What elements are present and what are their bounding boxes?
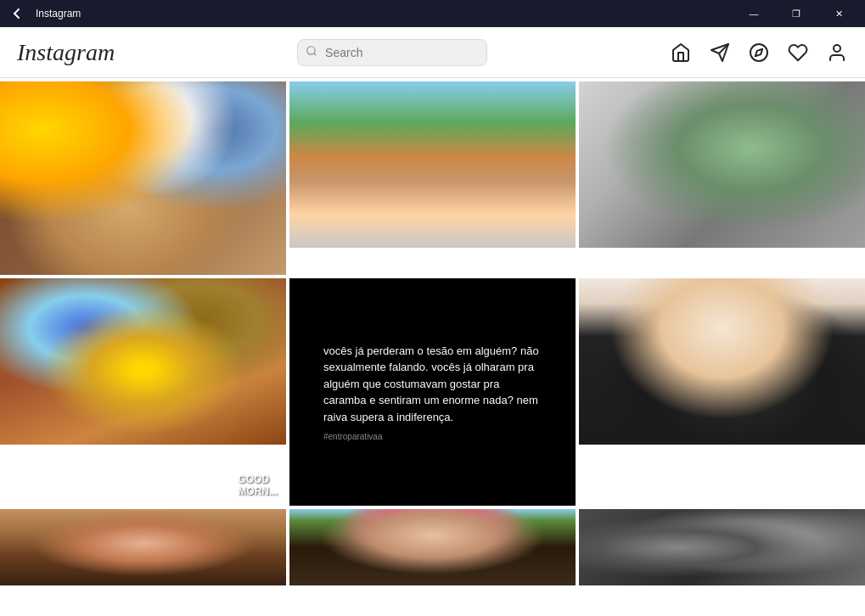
titlebar: Instagram — ❐ ✕	[0, 0, 865, 27]
text-post-text: vocês já perderam o tesão em alguém? não…	[323, 343, 542, 426]
grid-item-2[interactable]	[289, 81, 576, 275]
send-icon[interactable]	[709, 42, 731, 64]
grid-item-3[interactable]	[579, 81, 865, 275]
profile-icon[interactable]	[826, 42, 848, 64]
grid-item-9[interactable]	[579, 509, 865, 613]
back-button[interactable]	[7, 3, 27, 24]
grid-item-7[interactable]	[0, 509, 286, 613]
svg-point-0	[307, 47, 315, 54]
good-morning-text: GOODMORN...	[238, 473, 278, 497]
explore-icon[interactable]	[748, 42, 770, 64]
close-button[interactable]: ✕	[819, 0, 858, 27]
search-icon	[306, 45, 317, 59]
search-container	[297, 39, 487, 66]
grid-item-8[interactable]	[289, 509, 576, 613]
grid-item-6[interactable]	[579, 278, 865, 506]
svg-point-4	[750, 44, 767, 61]
app-header: Instagram	[0, 27, 865, 78]
titlebar-controls: — ❐ ✕	[734, 0, 858, 27]
titlebar-title: Instagram	[36, 8, 726, 20]
grid-item-4[interactable]: GOODMORN...	[0, 278, 286, 506]
text-post-tag: #entroparativaa	[323, 432, 542, 441]
grid-item-1[interactable]	[0, 81, 286, 275]
svg-line-1	[314, 53, 317, 56]
nav-icons	[670, 42, 848, 64]
minimize-button[interactable]: —	[734, 0, 773, 27]
svg-marker-5	[755, 48, 762, 55]
heart-icon[interactable]	[787, 42, 809, 64]
restore-button[interactable]: ❐	[777, 0, 816, 27]
instagram-logo: Instagram	[17, 39, 115, 66]
svg-point-6	[834, 45, 840, 52]
home-icon[interactable]	[670, 42, 692, 64]
grid-item-5[interactable]: vocês já perderam o tesão em alguém? não…	[289, 278, 576, 506]
photo-grid: GOODMORN... vocês já perderam o tesão em…	[0, 78, 865, 616]
search-input[interactable]	[297, 39, 487, 66]
